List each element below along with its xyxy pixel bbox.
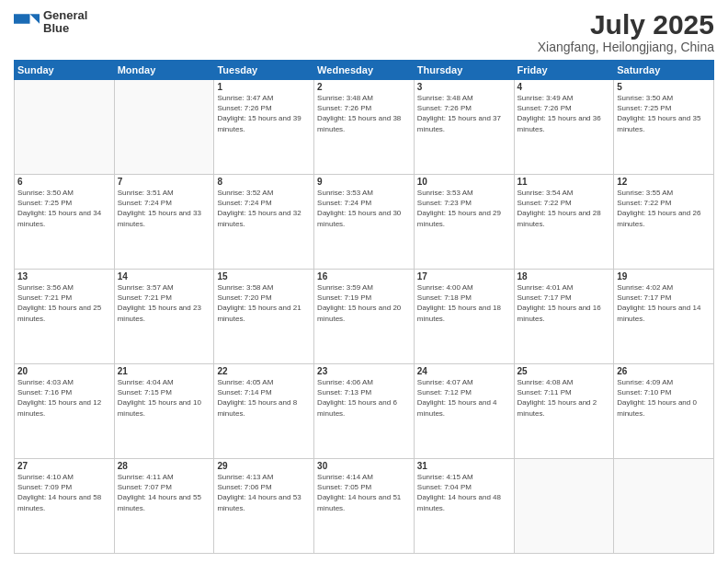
day-number: 16 bbox=[317, 271, 411, 282]
day-number: 17 bbox=[417, 271, 511, 282]
day-detail: Sunrise: 3:47 AMSunset: 7:26 PMDaylight:… bbox=[217, 93, 311, 134]
calendar-cell: 13Sunrise: 3:56 AMSunset: 7:21 PMDayligh… bbox=[15, 270, 115, 364]
day-detail: Sunrise: 4:04 AMSunset: 7:15 PMDaylight:… bbox=[118, 377, 211, 419]
day-detail: Sunrise: 3:48 AMSunset: 7:26 PMDaylight:… bbox=[317, 93, 411, 134]
day-number: 24 bbox=[417, 366, 511, 376]
calendar-cell: 18Sunrise: 4:01 AMSunset: 7:17 PMDayligh… bbox=[514, 270, 614, 364]
day-number: 13 bbox=[17, 271, 111, 282]
month-title: July 2025 bbox=[538, 9, 714, 40]
calendar-cell: 7Sunrise: 3:51 AMSunset: 7:24 PMDaylight… bbox=[114, 175, 214, 270]
day-detail: Sunrise: 3:51 AMSunset: 7:24 PMDaylight:… bbox=[118, 188, 211, 229]
day-detail: Sunrise: 3:53 AMSunset: 7:24 PMDaylight:… bbox=[317, 188, 411, 229]
calendar-week-row: 13Sunrise: 3:56 AMSunset: 7:21 PMDayligh… bbox=[15, 270, 714, 364]
day-number: 31 bbox=[417, 461, 511, 471]
day-number: 30 bbox=[317, 461, 411, 471]
calendar-cell: 1Sunrise: 3:47 AMSunset: 7:26 PMDaylight… bbox=[214, 80, 314, 175]
calendar-cell: 30Sunrise: 4:14 AMSunset: 7:05 PMDayligh… bbox=[314, 459, 415, 554]
day-number: 6 bbox=[17, 177, 111, 187]
logo-icon bbox=[14, 9, 40, 35]
day-detail: Sunrise: 4:00 AMSunset: 7:18 PMDaylight:… bbox=[417, 282, 511, 324]
calendar-cell: 6Sunrise: 3:50 AMSunset: 7:25 PMDaylight… bbox=[15, 175, 115, 270]
calendar-cell: 11Sunrise: 3:54 AMSunset: 7:22 PMDayligh… bbox=[514, 175, 614, 270]
calendar-week-row: 27Sunrise: 4:10 AMSunset: 7:09 PMDayligh… bbox=[15, 459, 714, 554]
day-header-thursday: Thursday bbox=[414, 61, 514, 80]
day-detail: Sunrise: 3:57 AMSunset: 7:21 PMDaylight:… bbox=[118, 282, 211, 324]
day-detail: Sunrise: 4:10 AMSunset: 7:09 PMDaylight:… bbox=[17, 472, 111, 513]
logo: General Blue bbox=[14, 9, 87, 36]
logo-line1: General bbox=[43, 9, 87, 22]
day-detail: Sunrise: 4:05 AMSunset: 7:14 PMDaylight:… bbox=[217, 377, 311, 419]
logo-line2: Blue bbox=[43, 22, 87, 35]
calendar-cell: 12Sunrise: 3:55 AMSunset: 7:22 PMDayligh… bbox=[614, 175, 714, 270]
day-detail: Sunrise: 4:11 AMSunset: 7:07 PMDaylight:… bbox=[118, 472, 211, 513]
page: General Blue July 2025 Xiangfang, Heilon… bbox=[0, 0, 728, 563]
calendar-cell: 10Sunrise: 3:53 AMSunset: 7:23 PMDayligh… bbox=[414, 175, 514, 270]
day-number: 18 bbox=[518, 271, 611, 282]
day-header-sunday: Sunday bbox=[15, 61, 115, 80]
day-detail: Sunrise: 4:03 AMSunset: 7:16 PMDaylight:… bbox=[17, 377, 111, 419]
day-detail: Sunrise: 4:02 AMSunset: 7:17 PMDaylight:… bbox=[617, 282, 711, 324]
calendar-cell: 2Sunrise: 3:48 AMSunset: 7:26 PMDaylight… bbox=[314, 80, 415, 175]
day-number: 7 bbox=[118, 177, 211, 187]
day-number: 5 bbox=[617, 82, 711, 92]
day-detail: Sunrise: 3:53 AMSunset: 7:23 PMDaylight:… bbox=[417, 188, 511, 229]
calendar-cell: 15Sunrise: 3:58 AMSunset: 7:20 PMDayligh… bbox=[214, 270, 314, 364]
day-detail: Sunrise: 3:48 AMSunset: 7:26 PMDaylight:… bbox=[417, 93, 511, 134]
calendar-cell: 17Sunrise: 4:00 AMSunset: 7:18 PMDayligh… bbox=[414, 270, 514, 364]
calendar-cell: 16Sunrise: 3:59 AMSunset: 7:19 PMDayligh… bbox=[314, 270, 415, 364]
day-number: 14 bbox=[118, 271, 211, 282]
day-number: 15 bbox=[217, 271, 311, 282]
calendar-header-row: SundayMondayTuesdayWednesdayThursdayFrid… bbox=[15, 61, 714, 80]
day-number: 21 bbox=[118, 366, 211, 376]
day-number: 29 bbox=[217, 461, 311, 471]
calendar-week-row: 6Sunrise: 3:50 AMSunset: 7:25 PMDaylight… bbox=[15, 175, 714, 270]
day-number: 19 bbox=[617, 271, 711, 282]
day-number: 10 bbox=[417, 177, 511, 187]
logo-text: General Blue bbox=[43, 9, 87, 36]
calendar-cell: 27Sunrise: 4:10 AMSunset: 7:09 PMDayligh… bbox=[15, 459, 115, 554]
calendar-cell bbox=[114, 80, 214, 175]
header: General Blue July 2025 Xiangfang, Heilon… bbox=[14, 9, 714, 54]
calendar-cell: 14Sunrise: 3:57 AMSunset: 7:21 PMDayligh… bbox=[114, 270, 214, 364]
day-header-wednesday: Wednesday bbox=[314, 61, 415, 80]
day-number: 11 bbox=[518, 177, 611, 187]
day-number: 12 bbox=[617, 177, 711, 187]
day-number: 25 bbox=[518, 366, 611, 376]
calendar-cell: 22Sunrise: 4:05 AMSunset: 7:14 PMDayligh… bbox=[214, 364, 314, 459]
title-block: July 2025 Xiangfang, Heilongjiang, China bbox=[538, 9, 714, 54]
calendar-cell: 21Sunrise: 4:04 AMSunset: 7:15 PMDayligh… bbox=[114, 364, 214, 459]
day-detail: Sunrise: 4:09 AMSunset: 7:10 PMDaylight:… bbox=[617, 377, 711, 419]
day-number: 8 bbox=[217, 177, 311, 187]
svg-rect-2 bbox=[14, 15, 30, 25]
day-number: 1 bbox=[217, 82, 311, 92]
day-number: 27 bbox=[17, 461, 111, 471]
calendar-cell: 9Sunrise: 3:53 AMSunset: 7:24 PMDaylight… bbox=[314, 175, 415, 270]
day-header-saturday: Saturday bbox=[614, 61, 714, 80]
day-detail: Sunrise: 4:06 AMSunset: 7:13 PMDaylight:… bbox=[317, 377, 411, 419]
day-detail: Sunrise: 4:13 AMSunset: 7:06 PMDaylight:… bbox=[217, 472, 311, 513]
calendar-cell: 19Sunrise: 4:02 AMSunset: 7:17 PMDayligh… bbox=[614, 270, 714, 364]
day-number: 28 bbox=[118, 461, 211, 471]
calendar-cell: 28Sunrise: 4:11 AMSunset: 7:07 PMDayligh… bbox=[114, 459, 214, 554]
day-header-friday: Friday bbox=[514, 61, 614, 80]
calendar-week-row: 1Sunrise: 3:47 AMSunset: 7:26 PMDaylight… bbox=[15, 80, 714, 175]
day-detail: Sunrise: 3:52 AMSunset: 7:24 PMDaylight:… bbox=[217, 188, 311, 229]
calendar-cell: 8Sunrise: 3:52 AMSunset: 7:24 PMDaylight… bbox=[214, 175, 314, 270]
calendar-cell: 24Sunrise: 4:07 AMSunset: 7:12 PMDayligh… bbox=[414, 364, 514, 459]
day-number: 23 bbox=[317, 366, 411, 376]
calendar-cell bbox=[514, 459, 614, 554]
svg-rect-3 bbox=[14, 26, 40, 30]
day-detail: Sunrise: 3:49 AMSunset: 7:26 PMDaylight:… bbox=[518, 93, 611, 134]
day-detail: Sunrise: 3:54 AMSunset: 7:22 PMDaylight:… bbox=[518, 188, 611, 229]
day-number: 26 bbox=[617, 366, 711, 376]
day-detail: Sunrise: 3:56 AMSunset: 7:21 PMDaylight:… bbox=[17, 282, 111, 324]
day-detail: Sunrise: 4:08 AMSunset: 7:11 PMDaylight:… bbox=[518, 377, 611, 419]
day-detail: Sunrise: 3:59 AMSunset: 7:19 PMDaylight:… bbox=[317, 282, 411, 324]
day-detail: Sunrise: 3:58 AMSunset: 7:20 PMDaylight:… bbox=[217, 282, 311, 324]
day-detail: Sunrise: 4:07 AMSunset: 7:12 PMDaylight:… bbox=[417, 377, 511, 419]
day-number: 3 bbox=[417, 82, 511, 92]
calendar-table: SundayMondayTuesdayWednesdayThursdayFrid… bbox=[14, 60, 714, 554]
day-number: 9 bbox=[317, 177, 411, 187]
day-header-monday: Monday bbox=[114, 61, 214, 80]
day-detail: Sunrise: 4:15 AMSunset: 7:04 PMDaylight:… bbox=[417, 472, 511, 513]
